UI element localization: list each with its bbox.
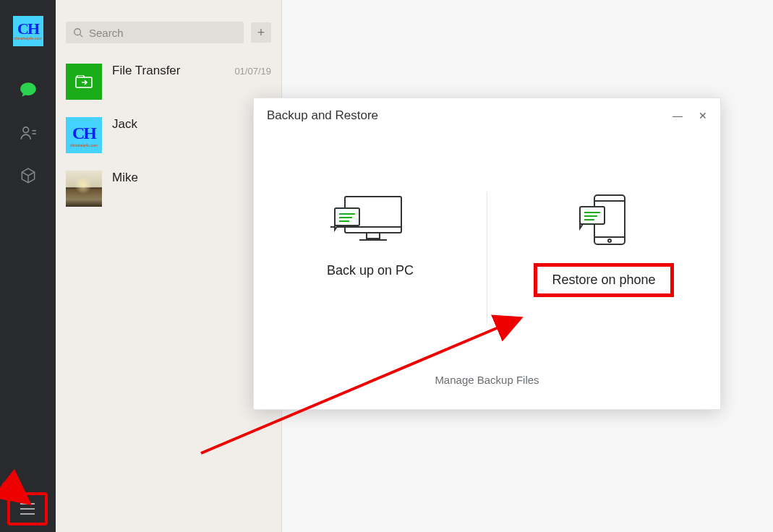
svg-point-6: [74, 29, 81, 35]
nav-apps-icon[interactable]: [0, 155, 56, 198]
phone-icon: [564, 192, 644, 247]
search-icon: [73, 27, 83, 38]
chat-body: File Transfer 01/07/19: [112, 64, 271, 78]
hamburger-menu-button[interactable]: [7, 492, 48, 525]
option-restore-label: Restore on phone: [534, 263, 673, 297]
profile-avatar[interactable]: CH chinahelp4u.com: [13, 16, 43, 46]
dialog-close-button[interactable]: ✕: [699, 110, 707, 121]
chat-list-panel: Search + File Transfer 01/07/19 CH china…: [56, 0, 282, 532]
chat-body: Jack: [112, 117, 271, 132]
chat-title: File Transfer: [112, 64, 180, 78]
avatar-text: CH: [17, 22, 38, 36]
dialog-controls: — ✕: [672, 110, 707, 121]
chat-item-file-transfer[interactable]: File Transfer 01/07/19: [56, 55, 281, 108]
chat-body: Mike: [112, 171, 271, 185]
svg-point-20: [608, 239, 611, 242]
option-restore-phone[interactable]: Restore on phone: [487, 192, 720, 322]
dialog-options: Back up on PC Restore on phone: [254, 192, 720, 322]
svg-point-0: [22, 127, 28, 133]
option-backup-pc[interactable]: Back up on PC: [254, 192, 487, 322]
add-button[interactable]: +: [251, 22, 271, 43]
chat-item-mike[interactable]: Mike: [56, 162, 281, 215]
search-row: Search +: [56, 0, 281, 55]
sidebar: CH chinahelp4u.com: [0, 0, 56, 532]
search-placeholder: Search: [89, 27, 124, 39]
backup-restore-dialog: Backup and Restore — ✕ Back u: [253, 98, 721, 410]
avatar-mike: [66, 171, 102, 207]
file-transfer-icon: [66, 64, 102, 100]
svg-rect-11: [367, 233, 380, 239]
avatar-jack: CH chinahelp4u.com: [66, 117, 102, 153]
chat-date: 01/07/19: [234, 66, 271, 77]
monitor-icon: [330, 192, 410, 247]
svg-line-7: [80, 35, 83, 38]
option-backup-label: Back up on PC: [327, 263, 414, 278]
dialog-title: Backup and Restore: [267, 108, 378, 123]
chat-item-jack[interactable]: CH chinahelp4u.com Jack: [56, 108, 281, 162]
chat-title: Jack: [112, 117, 137, 132]
dialog-minimize-button[interactable]: —: [672, 110, 683, 121]
nav-contacts-icon[interactable]: [0, 111, 56, 155]
search-input[interactable]: Search: [66, 22, 244, 43]
dialog-header: Backup and Restore — ✕: [254, 98, 720, 127]
manage-backup-files-link[interactable]: Manage Backup Files: [254, 374, 720, 386]
chat-title: Mike: [112, 171, 138, 185]
avatar-subtext: chinahelp4u.com: [14, 36, 42, 40]
nav-chat-icon[interactable]: [0, 68, 56, 111]
